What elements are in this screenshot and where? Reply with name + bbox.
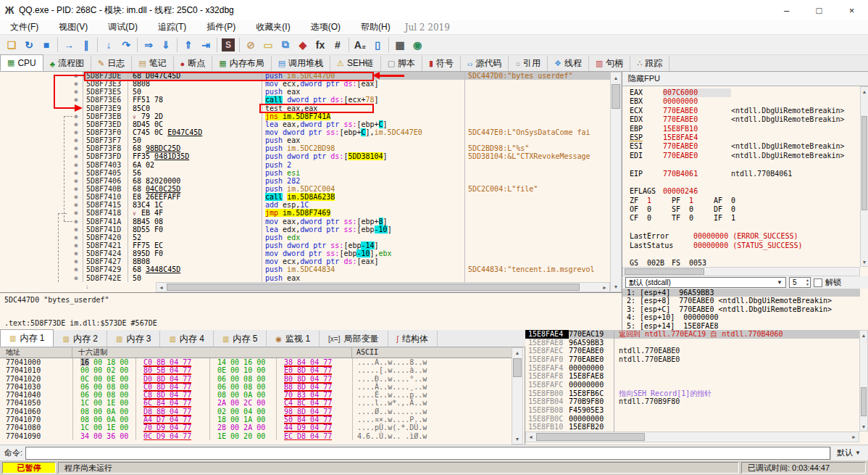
scroll-left-icon[interactable]: ◄: [526, 432, 535, 442]
breakpoint-dot-icon[interactable]: ●: [70, 265, 83, 273]
argument-depth-stepper[interactable]: 5 ▲▼: [789, 277, 811, 288]
register-row[interactable]: LastError00000000 (ERROR_SUCCESS): [622, 232, 860, 241]
stack-row[interactable]: 15E8FAFC00000000: [525, 381, 859, 389]
breakpoint-dot-icon[interactable]: ●: [70, 152, 83, 160]
font-icon[interactable]: A₂: [351, 37, 369, 53]
disassembly-row[interactable]: ●5D8F74036A 02push 2: [0, 161, 610, 169]
disassembly-row[interactable]: ●5D8F73F750push eax: [0, 136, 610, 144]
disassembly-row[interactable]: ●5D8F73FDFF35 0481D35Dpush dword ptr ds:…: [0, 152, 610, 160]
pause-icon[interactable]: ∥: [78, 37, 95, 53]
argument-row[interactable]: 2: [esp+8] 770EABE0 <ntdll.DbgUiRemoteBr…: [622, 297, 860, 305]
tab-流程图[interactable]: ♣流程图: [43, 56, 91, 71]
dump-row[interactable]: 7704107008 00 0A 00A4 D7 04 7718 00 1A 0…: [0, 416, 512, 424]
disassembly-row[interactable]: ●5D8F73F868 98BDC25Dpush im.5DC2BD985DC2…: [0, 144, 610, 152]
scroll-right-icon[interactable]: ►: [849, 432, 859, 442]
run-to-icon[interactable]: ⇒: [140, 37, 157, 53]
open-file-icon[interactable]: ❏: [3, 37, 20, 53]
scroll-down-icon[interactable]: ▼: [860, 422, 867, 431]
menu-item[interactable]: 追踪(T): [148, 20, 196, 35]
stop-icon[interactable]: ■: [38, 37, 55, 53]
breakpoint-dot-icon[interactable]: ●: [70, 274, 83, 282]
disassembly-row[interactable]: ●5D8F7424895D F0mov dword ptr ss:[ebp-10…: [0, 249, 610, 257]
dump-row[interactable]: 7704104006 00 08 00C8 8D 04 7708 00 0A 0…: [0, 391, 512, 399]
menu-item[interactable]: 视图(V): [49, 20, 98, 35]
disassembly-row[interactable]: ●5D8F740668 82020000push 282: [0, 177, 610, 185]
breakpoint-dot-icon[interactable]: ●: [70, 177, 83, 185]
scroll-up-icon[interactable]: ▲: [860, 331, 867, 339]
tab-结构体[interactable]: ʃ结构体: [388, 331, 438, 347]
breakpoint-dot-icon[interactable]: ●: [70, 161, 83, 169]
breakpoint-dot-icon[interactable]: ●: [70, 185, 83, 193]
breakpoint-dot-icon[interactable]: ●: [70, 128, 83, 136]
disassembly-row[interactable]: ●5D8F742052push edx: [0, 234, 610, 241]
breakpoint-dot-icon[interactable]: ●: [70, 169, 83, 177]
stack-row[interactable]: 15E8FAF815E8FAE8: [525, 372, 859, 381]
scroll-down-icon[interactable]: ▼: [512, 434, 522, 444]
menu-item[interactable]: 收藏夹(I): [246, 20, 300, 35]
step-out-icon[interactable]: ⇑: [180, 37, 197, 53]
stack-row[interactable]: 15E8FB0C00000000: [525, 415, 859, 424]
dump-row[interactable]: 770410200C 00 0E 00D0 8D 04 7706 00 08 0…: [0, 375, 512, 383]
tab-调用堆栈[interactable]: ▤调用堆栈: [272, 56, 330, 71]
bookmark-icon[interactable]: ◆: [294, 37, 312, 53]
disassembly-row[interactable]: ●5D8F73E6FF51 78call dword ptr ds:[ecx+7…: [0, 96, 610, 104]
argument-row[interactable]: 1: [esp+4] 96A59BB3: [622, 289, 860, 297]
tab-跟踪[interactable]: ∴跟踪: [630, 56, 669, 71]
argument-row[interactable]: 5: [esp+14] 15E8FAE8: [622, 322, 860, 330]
dump-row[interactable]: 7704101000 00 02 0080 5B 04 770E 00 10 0…: [0, 366, 512, 374]
menu-item[interactable]: 调试(D): [98, 20, 148, 35]
tab-内存 2[interactable]: ▥内存 2: [54, 331, 107, 347]
disassembly-row[interactable]: ●5D8F740556push esi: [0, 169, 610, 177]
disassembly-row[interactable]: ●5D8F741583C4 1Cadd esp,1C: [0, 201, 610, 209]
dump-row[interactable]: 7704106008 00 0A 00D8 8B 04 7702 00 04 0…: [0, 408, 512, 416]
run-to-user-code-icon[interactable]: ⇥: [197, 37, 214, 53]
breakpoint-dot-icon[interactable]: ●: [70, 201, 83, 209]
tab-监视 1[interactable]: ◉监视 1: [267, 331, 320, 347]
run-icon[interactable]: →: [60, 37, 78, 53]
scroll-down-icon[interactable]: ▼: [861, 257, 868, 266]
argument-row[interactable]: 4: [esp+10] 00000000: [622, 313, 860, 321]
disassembly-vscroll-thumb[interactable]: [612, 84, 620, 109]
disassembly-row[interactable]: ●5D8F742E50push eax: [0, 274, 610, 282]
hide-fpu-button[interactable]: 隐藏FPU: [622, 72, 868, 86]
breakpoint-dot-icon[interactable]: ●: [70, 209, 83, 217]
register-row[interactable]: ECX770EABE0<ntdll.DbgUiRemoteBreakin>: [622, 107, 860, 115]
tab-脚本[interactable]: ▢脚本: [381, 56, 422, 71]
disassembly-hscrollbar[interactable]: ◄ ►: [156, 282, 610, 292]
function-fx-icon[interactable]: fx: [312, 37, 329, 53]
dump-row[interactable]: 7704109034 00 36 000C D9 04 771E 00 20 0…: [0, 432, 512, 440]
breakpoint-dot-icon[interactable]: ●: [70, 226, 83, 234]
disassembly-hscroll-thumb[interactable]: [167, 284, 580, 291]
register-row[interactable]: ESI770EABE0<ntdll.DbgUiRemoteBreakin>: [622, 142, 860, 151]
tab-句柄[interactable]: ▥句柄: [589, 56, 630, 71]
disassembly-row[interactable]: ●5D8F741D8D55 F0lea edx,dword ptr ss:[eb…: [0, 226, 610, 234]
dump-row[interactable]: 7704100016 00 18 00C0 8B 04 7714 00 16 0…: [0, 358, 512, 366]
ordinal-icon[interactable]: #: [329, 37, 346, 53]
stack-row[interactable]: 15E8FB08F45905E3: [525, 406, 859, 415]
registers-vscroll-thumb[interactable]: [861, 116, 867, 210]
tab-笔记[interactable]: ▤笔记: [132, 56, 173, 71]
flag-value[interactable]: 1: [731, 214, 756, 223]
stack-row[interactable]: 15E8FAF0770EABE0ntdll.770EABE0: [525, 355, 859, 364]
tab-内存 3[interactable]: ▥内存 3: [107, 331, 160, 347]
register-row[interactable]: EBP15E8FB10: [622, 125, 860, 133]
breakpoint-dot-icon[interactable]: ●: [70, 241, 83, 249]
register-row[interactable]: EFLAGS00000246: [622, 187, 860, 196]
stack-row[interactable]: 15E8FAE4770EAC19返回到 ntdll.770EAC19 自 ntd…: [525, 330, 859, 339]
tab-线程[interactable]: ❖线程: [548, 56, 589, 71]
register-row[interactable]: EDI770EABE0<ntdll.DbgUiRemoteBreakin>: [622, 152, 860, 160]
close-button[interactable]: ×: [835, 0, 868, 20]
register-row[interactable]: EBX00000000: [622, 97, 860, 106]
stack-hscrollbar[interactable]: ◄ ►: [525, 431, 859, 442]
register-row[interactable]: LastStatus00000000 (STATUS_SUCCESS): [622, 241, 860, 250]
disassembly-row[interactable]: ●5D8F74278B08mov ecx,dword ptr ds:[eax]: [0, 257, 610, 265]
registers-hscroll-thumb[interactable]: [625, 268, 704, 275]
flag-value[interactable]: 0: [731, 205, 756, 214]
stack-row[interactable]: 15E8FAF400000000: [525, 364, 859, 373]
scroll-up-icon[interactable]: ▲: [861, 87, 868, 96]
tab-内存 4[interactable]: ▥内存 4: [160, 331, 213, 347]
flag-value[interactable]: 0: [731, 197, 756, 205]
register-row[interactable]: EAX007C6000: [622, 88, 860, 97]
stack-row[interactable]: 15E8FB04770B9F80ntdll.770B9F80: [525, 397, 859, 406]
dump-vscroll-thumb[interactable]: [513, 358, 522, 377]
